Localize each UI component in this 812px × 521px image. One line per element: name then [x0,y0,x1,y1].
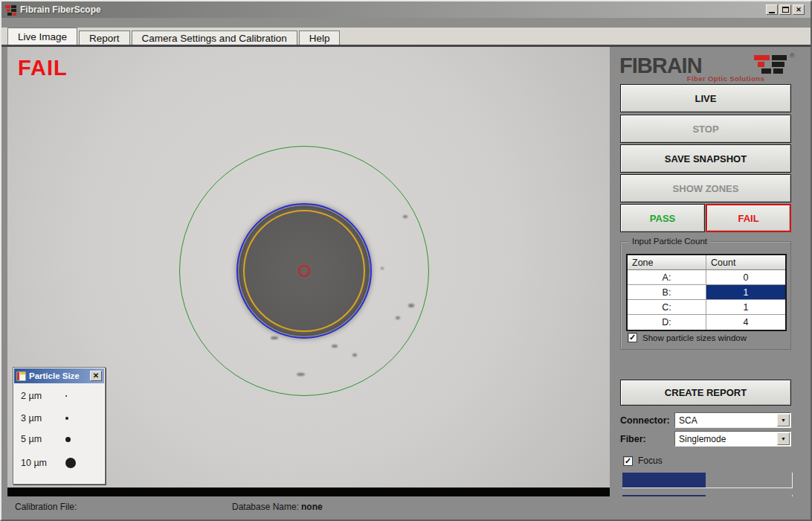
particle-size-row: 10 µm [21,455,99,471]
particle-dot-icon [65,458,76,468]
fiber-label: Fiber: [620,434,646,444]
close-icon: ✕ [796,7,802,13]
particle-size-label: 2 µm [21,391,55,401]
stop-button[interactable]: STOP [620,115,791,143]
button-label: SAVE SNAPSHOT [665,153,747,164]
particle-size-row: 3 µm [21,410,99,426]
app-icon [5,4,16,16]
tab-help[interactable]: Help [299,31,341,46]
chevron-down-icon: ▼ [781,418,786,423]
connector-select[interactable]: SCA ▼ [674,412,791,428]
particle-size-row: 2 µm [21,388,99,404]
particle-speck [352,354,357,357]
connector-value: SCA [679,415,697,426]
count-cell[interactable]: 4 [706,315,785,330]
status-bar: Calibration File: Database Name: none [1,496,811,521]
zone-cell: A: [628,270,706,285]
column-header-zone: Zone [628,255,706,270]
button-label: FAIL [738,213,758,224]
fiber-value: Singlemode [679,434,726,444]
particle-size-close-button[interactable]: ✕ [90,371,102,381]
minimize-button[interactable] [766,4,778,15]
zone-cell: B: [628,285,706,300]
particle-speck [408,304,414,307]
show-particle-sizes-checkbox[interactable]: ✓ [628,333,637,342]
chevron-down-icon: ▼ [781,436,786,441]
pass-button[interactable]: PASS [620,204,705,232]
tab-label: Live Image [18,31,67,42]
show-particle-sizes-label: Show particle sizes window [642,333,747,342]
image-bottom-bar [7,488,610,496]
particle-size-window-icon [16,371,26,381]
particle-speck [381,267,384,269]
particle-dot-icon [65,395,67,397]
maximize-icon [782,7,789,13]
particle-speck [403,215,407,218]
titlebar[interactable]: Fibrain FiberScope ✕ [1,1,811,18]
particle-size-label: 5 µm [21,434,55,444]
focus-label: Focus [638,456,663,466]
titlebar-tab-divider [1,18,811,28]
button-label: CREATE REPORT [665,387,747,398]
tab-bar: Live Image Report Camera Settings and Ca… [1,28,811,46]
tab-live-image[interactable]: Live Image [7,28,77,46]
calibration-file-label: Calibration File: [15,502,77,512]
live-button[interactable]: LIVE [620,84,791,112]
tab-camera-settings[interactable]: Camera Settings and Calibration [132,31,297,46]
particle-size-titlebar[interactable]: Particle Size ✕ [14,368,104,383]
fail-button[interactable]: FAIL [706,204,791,232]
particle-speck [396,316,400,319]
particle-speck [297,373,305,376]
input-particle-count-label: Input Particle Count [629,237,710,246]
database-name-label: Database Name: [232,502,299,512]
particle-count-table: Zone Count A: 0 B: 1 C: 1 D: 4 [626,254,787,331]
show-zones-button[interactable]: SHOW ZONES [620,174,791,202]
dropdown-button[interactable]: ▼ [777,432,790,445]
particle-dot-icon [65,417,68,420]
app-window: Fibrain FiberScope ✕ Live Image Report C… [0,0,812,521]
close-button[interactable]: ✕ [793,4,805,15]
save-snapshot-button[interactable]: SAVE SNAPSHOT [620,144,791,173]
zone-cell: C: [628,300,706,315]
particle-size-row: 5 µm [21,431,99,447]
fibrain-tagline: Fiber Optic Solutions [664,74,787,83]
center-mark-ring [298,265,310,277]
check-icon: ✓ [625,457,631,465]
count-cell[interactable]: 0 [706,270,785,285]
tab-label: Report [89,33,120,44]
focus-bar-1 [622,473,793,488]
registered-mark: ® [790,52,795,60]
button-label: STOP [692,124,718,135]
focus-bar-fill [622,473,706,488]
focus-checkbox[interactable]: ✓ [623,456,633,466]
dropdown-button[interactable]: ▼ [777,414,790,426]
button-label: SHOW ZONES [673,183,739,194]
zone-cell: D: [628,315,706,330]
fibrain-logo: FIBRAIN ® Fiber Optic Solutions [619,54,796,83]
fibrain-logo-mark-icon [754,55,787,74]
count-cell[interactable]: 1 [706,300,785,315]
count-cell[interactable]: 1 [706,285,785,300]
particle-dot-icon [65,437,71,442]
particle-size-title: Particle Size [29,371,90,380]
minimize-icon [769,12,775,13]
button-label: LIVE [695,93,717,104]
tab-label: Camera Settings and Calibration [142,33,287,44]
create-report-button[interactable]: CREATE REPORT [620,380,791,406]
particle-size-window: Particle Size ✕ 2 µm 3 µm 5 µm 10 µm [13,367,106,485]
tab-report[interactable]: Report [79,31,130,46]
inspection-result-label: FAIL [18,56,68,80]
maximize-button[interactable] [779,4,791,15]
particle-speck [271,336,278,339]
particle-size-label: 3 µm [21,413,55,423]
particle-size-label: 10 µm [21,458,55,468]
button-label: PASS [650,213,675,224]
tab-label: Help [309,33,330,44]
fiber-select[interactable]: Singlemode ▼ [674,431,791,447]
particle-speck [332,345,338,348]
window-title: Fibrain FiberScope [20,4,101,15]
check-icon: ✓ [629,333,636,342]
database-name-value: none [301,502,323,512]
column-header-count: Count [706,255,785,270]
close-icon: ✕ [93,372,99,380]
